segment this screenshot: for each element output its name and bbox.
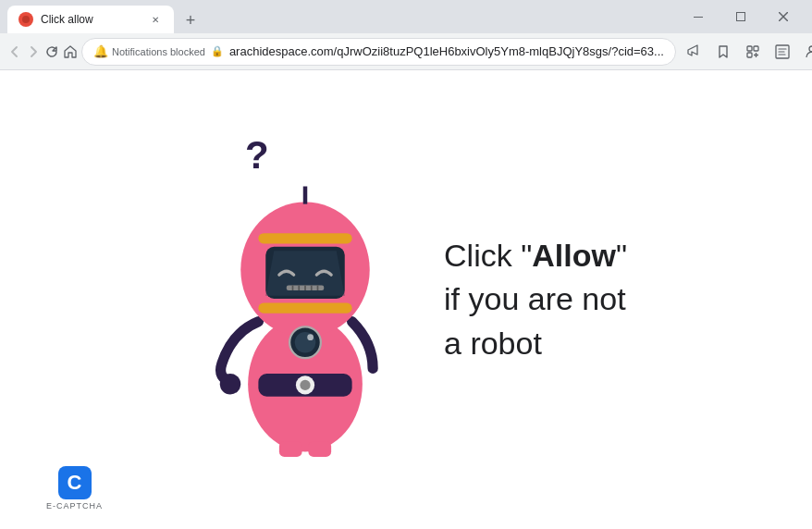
question-mark: ?	[245, 133, 269, 178]
reload-button[interactable]	[44, 37, 59, 67]
bookmark-button[interactable]	[709, 38, 737, 66]
new-tab-button[interactable]: +	[178, 7, 203, 33]
message-line1: Click "Allow"	[444, 234, 627, 278]
captcha-logo-icon: C	[58, 466, 92, 499]
window-controls	[677, 2, 805, 31]
content-wrapper: ?	[148, 87, 664, 512]
message-prefix: Click "	[444, 238, 532, 273]
svg-rect-0	[694, 17, 703, 18]
message-line3: a robot	[444, 322, 627, 366]
svg-rect-20	[258, 233, 351, 243]
reading-mode-button[interactable]	[769, 38, 796, 66]
message-suffix: "	[616, 238, 627, 273]
title-bar: Click allow ✕ +	[0, 0, 812, 33]
svg-rect-6	[747, 53, 752, 57]
svg-rect-1	[737, 13, 745, 21]
message-line2: if you are not	[444, 277, 627, 322]
svg-point-15	[300, 380, 310, 390]
notification-blocked-text: Notifications blocked	[112, 46, 205, 57]
svg-point-33	[307, 334, 314, 340]
share-button[interactable]	[680, 38, 707, 66]
address-bar[interactable]: 🔔 Notifications blocked 🔒 arachidespace.…	[81, 38, 676, 66]
extensions-button[interactable]	[739, 38, 767, 66]
svg-rect-4	[747, 46, 752, 51]
minimize-button[interactable]	[677, 2, 720, 31]
toolbar: 🔔 Notifications blocked 🔒 arachidespace.…	[0, 33, 812, 70]
home-button[interactable]	[63, 37, 78, 67]
forward-button[interactable]	[26, 37, 41, 67]
svg-rect-5	[754, 46, 758, 51]
notification-blocked-indicator: 🔔 Notifications blocked	[93, 44, 205, 58]
tab-bar: Click allow ✕ +	[7, 0, 673, 33]
svg-rect-17	[279, 441, 302, 457]
robot-svg	[185, 124, 425, 457]
bell-icon: 🔔	[93, 44, 108, 58]
svg-rect-29	[258, 303, 351, 314]
close-button[interactable]	[762, 2, 805, 31]
chrome-window: Click allow ✕ +	[0, 0, 812, 529]
profile-button[interactable]	[798, 38, 812, 66]
tab-title: Click allow	[41, 13, 141, 26]
main-message: Click "Allow" if you are not a robot	[444, 234, 627, 366]
tab-close-button[interactable]: ✕	[148, 12, 163, 27]
active-tab[interactable]: Click allow ✕	[7, 6, 174, 33]
captcha-label-text: E-CAPTCHA	[46, 501, 103, 511]
toolbar-icons	[680, 38, 812, 66]
svg-point-16	[220, 374, 241, 395]
message-allow: Allow	[532, 238, 616, 273]
url-text: arachidespace.com/qJrwOzii8tuzPQ1leH6bxi…	[229, 44, 664, 58]
svg-rect-18	[308, 441, 331, 457]
robot-illustration: ?	[185, 124, 425, 475]
tab-favicon	[18, 12, 33, 27]
page-content: ?	[0, 70, 812, 529]
maximize-button[interactable]	[720, 2, 762, 31]
captcha-logo: C E-CAPTCHA	[46, 466, 103, 511]
back-button[interactable]	[7, 37, 22, 67]
lock-icon: 🔒	[211, 45, 224, 57]
